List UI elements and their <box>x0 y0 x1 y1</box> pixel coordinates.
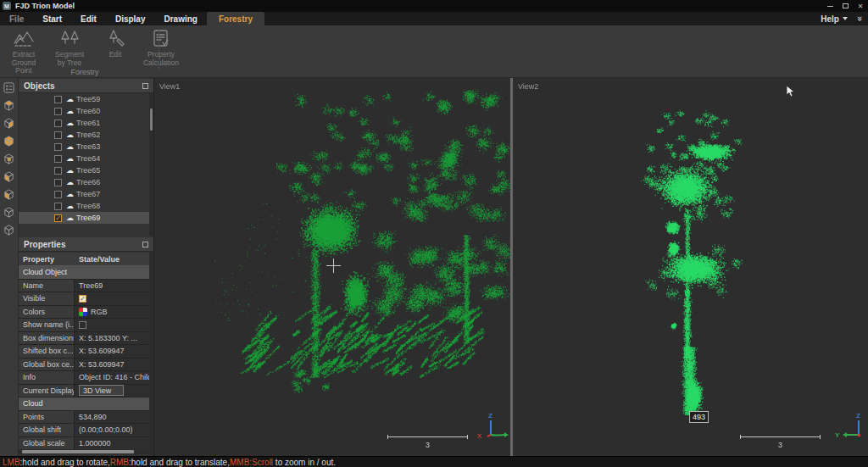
cube-right-face-icon[interactable] <box>3 116 16 130</box>
tree-list-item[interactable]: ☁Tree68 <box>19 200 149 212</box>
tree-list-item[interactable]: ☁Tree63 <box>19 141 149 153</box>
tree-list-item[interactable]: ☁Tree67 <box>19 188 149 200</box>
tree-item-label: Tree62 <box>76 131 100 139</box>
properties-table: Property State/Value Cloud ObjectNameTre… <box>19 253 149 448</box>
point-cloud-icon: ☁ <box>66 155 74 163</box>
visibility-checkbox[interactable] <box>54 120 62 127</box>
tree-item-label: Tree69 <box>76 214 100 222</box>
status-text-segment: LMB <box>3 458 20 467</box>
rgb-color-icon[interactable] <box>79 308 87 316</box>
tree-item-label: Tree65 <box>76 166 100 175</box>
visibility-checkbox[interactable] <box>54 131 62 139</box>
visibility-checkbox[interactable] <box>54 179 62 186</box>
tree-list-item[interactable]: ☁Tree64 <box>19 153 149 164</box>
menu-item-display[interactable]: Display <box>106 12 155 25</box>
tree-list-item[interactable]: ☁Tree59 <box>19 93 149 105</box>
visibility-checkbox[interactable] <box>54 143 62 151</box>
ribbon-group-label: Forestry <box>0 68 170 76</box>
status-text-segment: :hold and drag to translate, <box>129 458 230 467</box>
tree-item-label: Tree67 <box>76 190 100 198</box>
tree-list-item[interactable]: ☁Tree66 <box>19 176 149 188</box>
property-value-text: X: 53.609947 <box>79 347 125 355</box>
app-logo-icon: M <box>3 2 11 10</box>
scale-bar-line <box>387 435 468 439</box>
menubar-right: Help » <box>821 12 868 25</box>
cube-perspective-icon[interactable] <box>3 223 16 236</box>
column-state-value: State/Value <box>75 253 149 265</box>
maximize-button[interactable] <box>837 0 853 12</box>
cube-center-face-icon[interactable] <box>3 152 16 165</box>
visibility-checkbox[interactable] <box>54 167 62 175</box>
help-menu[interactable]: Help <box>821 14 848 24</box>
segment-by-tree-icon <box>58 28 81 50</box>
property-checkbox[interactable] <box>79 321 86 329</box>
visibility-checkbox[interactable] <box>54 155 62 163</box>
undock-panel-icon[interactable] <box>142 242 148 247</box>
menu-bar: FileStartEditDisplayDrawing Forestry Hel… <box>0 12 868 25</box>
tree-list-item[interactable]: ☁Tree65 <box>19 164 149 176</box>
cube-front-face-icon[interactable] <box>3 134 16 147</box>
window-title: FJD Trion Model <box>15 2 75 10</box>
property-checkbox[interactable]: ✓ <box>79 295 86 303</box>
undock-panel-icon[interactable] <box>142 83 148 89</box>
property-value: (0.00;0.00;0.00) <box>75 424 149 436</box>
menu-item-start[interactable]: Start <box>33 12 71 25</box>
status-text-segment: RMB <box>110 458 129 467</box>
visibility-checkbox[interactable] <box>54 96 62 103</box>
properties-hscrollbar[interactable] <box>19 449 149 454</box>
point-cloud-icon: ☁ <box>66 191 74 198</box>
dropdown-value: 3D View <box>83 386 111 395</box>
scale-bar: 3 <box>387 435 468 449</box>
cube-iso-icon[interactable] <box>3 205 16 219</box>
cube-top-face-icon[interactable] <box>3 98 16 112</box>
tree-list-item[interactable]: ☁Tree61 <box>19 117 149 129</box>
property-value: Tree69 <box>75 280 149 292</box>
help-label: Help <box>821 14 839 24</box>
visibility-checkbox[interactable] <box>54 191 62 198</box>
view-icon-strip <box>0 78 19 456</box>
visibility-checkbox[interactable] <box>54 108 62 115</box>
tree-list-item[interactable]: ☁Tree60 <box>19 105 149 117</box>
tab-forestry[interactable]: Forestry <box>207 12 264 25</box>
tree-item-label: Tree60 <box>76 107 100 115</box>
tree-list-item[interactable]: ✓☁Tree69 <box>19 212 149 224</box>
viewport-view2[interactable]: View24933ZY <box>513 78 868 456</box>
point-cloud-icon: ☁ <box>66 131 74 139</box>
menu-item-file[interactable]: File <box>0 12 33 25</box>
property-value: X: 53.609947 <box>75 345 149 358</box>
property-row: Points534,890 <box>19 411 149 425</box>
property-name: Visible <box>19 292 75 305</box>
ribbon-button-label: PropertyCalculation <box>143 51 179 67</box>
property-value: Object ID: 416 - Children: <box>75 371 149 384</box>
property-name: Show name (i... <box>19 319 75 331</box>
tree-list-item[interactable]: ☁Tree62 <box>19 129 149 141</box>
svg-text:Y: Y <box>835 431 840 439</box>
point-cloud-icon: ☁ <box>66 143 74 151</box>
menu-item-edit[interactable]: Edit <box>71 12 106 25</box>
scale-bar-label: 3 <box>740 441 821 449</box>
cube-bottom-face-icon[interactable] <box>3 170 16 183</box>
minimize-button[interactable] <box>822 0 837 12</box>
svg-text:Z: Z <box>856 412 860 420</box>
property-name: Info <box>19 371 75 384</box>
mouse-cursor-icon <box>786 85 795 101</box>
collapse-ribbon-icon[interactable]: » <box>856 16 865 21</box>
menu-item-drawing[interactable]: Drawing <box>155 12 207 25</box>
scale-bar: 3 <box>740 435 821 449</box>
objects-panel-header: Objects <box>19 79 153 93</box>
property-name: Points <box>19 411 75 424</box>
viewport-label: View1 <box>159 82 180 91</box>
visibility-checkbox[interactable] <box>54 203 62 210</box>
left-panels: Objects ☁Tree59☁Tree60☁Tree61☁Tree62☁Tre… <box>19 78 153 456</box>
cube-left-face-icon[interactable] <box>3 187 16 201</box>
display-mode-dropdown[interactable]: 3D View <box>79 385 124 396</box>
close-button[interactable]: ✕ <box>853 0 868 12</box>
property-value-text: 534,890 <box>79 413 107 421</box>
visibility-checkbox[interactable]: ✓ <box>54 214 62 222</box>
scrollbar-thumb[interactable] <box>22 450 134 453</box>
viewport-view1[interactable]: View13ZYX <box>154 78 510 456</box>
scrollbar-thumb[interactable] <box>150 108 153 131</box>
object-list-icon[interactable] <box>3 81 16 94</box>
axes-gizmo: ZY <box>833 411 868 445</box>
point-cloud-canvas[interactable] <box>513 78 868 456</box>
